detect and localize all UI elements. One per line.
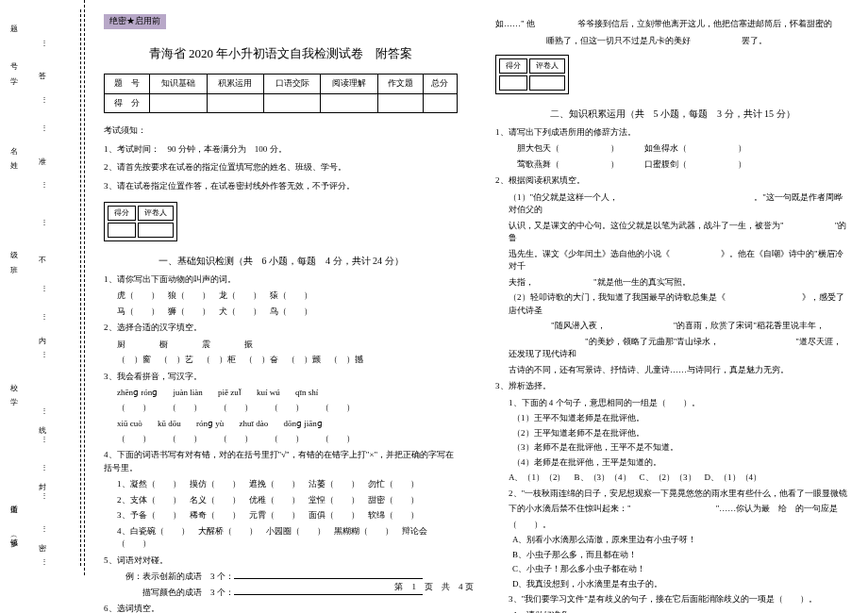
s2q2-row: 迅先生。课文《少年闰土》选自他的小说《 》。他在《自嘲》诗中的"横眉冷对千 xyxy=(509,248,849,273)
paren[interactable]: （ ） xyxy=(270,402,304,415)
table-row: 得 分 xyxy=(105,93,458,113)
margin-dots: ⋮ xyxy=(41,523,49,535)
pinyin: zhuī dào xyxy=(240,418,269,431)
s2q2-row: "的美妙，领略了元曲那"青山绿水， "道尽天涯，还发现了现代诗和 xyxy=(509,336,849,361)
td-blank[interactable] xyxy=(138,223,174,238)
td-blank[interactable] xyxy=(207,93,263,113)
q5-label: 描写颜色的成语 3 个： xyxy=(117,588,234,597)
confidential-tag: 绝密★启用前 xyxy=(104,14,166,29)
s2q3c: 3、"我们要学习文件"是有歧义的句子，接在它后面能消除歧义的一项是（ ）。 xyxy=(509,593,849,606)
s2q3a-opt: （2）王平知道老师不是在批评他。 xyxy=(512,427,849,440)
pinyin: juàn liàn xyxy=(174,387,203,400)
q4: 4、下面的词语书写有对有错，对的在括号里打"√"，有错的在错字上打"×"，并把正… xyxy=(104,449,458,474)
q4-row: 3、予备（ ） 稀奇（ ） 元霄（ ） 面俱（ ） 软绵（ ） xyxy=(117,509,458,522)
th-essay: 作文题 xyxy=(377,75,423,94)
pinyin-row: zhēnɡ rónɡ juàn liàn piě zuǐ kuí wú qīn … xyxy=(117,387,458,400)
q2-row: （ ）窗 （ ）艺 （ ）柜 （ ）奋 （ ）颤 （ ）撼 xyxy=(117,354,458,367)
s2q1: 1、请写出下列成语所用的修辞方法。 xyxy=(495,126,849,140)
pinyin: zhēnɡ rónɡ xyxy=(117,387,158,400)
paren[interactable]: （ ） xyxy=(117,402,151,415)
paren-row: （ ）（ ）（ ）（ ）（ ） xyxy=(117,402,458,415)
s2q2-row: （1）"伯父就是这样一个人， 。"这一句既是作者周晔对伯父的 xyxy=(509,191,849,217)
s2q3b-opt: D、我真没想到，小水滴里是有虫子的。 xyxy=(512,578,849,591)
q2-row: 厨 橱 震 振 xyxy=(117,339,458,352)
paren[interactable]: （ ） xyxy=(321,433,355,446)
td-blank[interactable] xyxy=(377,93,423,113)
scorer-box: 得分评卷人 xyxy=(495,55,569,94)
q6: 6、选词填空。 xyxy=(104,603,458,613)
margin-dots: ⋮ xyxy=(41,490,49,502)
scorer-score: 得分 xyxy=(108,206,136,221)
paren[interactable]: （ ） xyxy=(117,433,151,446)
paren[interactable]: （ ） xyxy=(270,433,304,446)
margin-dots: ⋮ xyxy=(41,406,49,417)
right-column: 如……" 他 爷爷接到信后，立刻带他离开这儿，他把信塞进邮筒后，怀着甜蜜的 睡熟… xyxy=(476,0,868,575)
pinyin: kuí wú xyxy=(257,387,280,400)
s2q2-row: 古诗的不同，还有写景诗、抒情诗、儿童诗……与诗同行，真是魅力无穷。 xyxy=(509,364,849,377)
s2q3b: （ ）。 xyxy=(509,519,849,532)
s2q2-row: （2）轻叩诗歌的大门，我知道了我国最早的诗歌总集是《 》，感受了唐代诗圣 xyxy=(509,291,849,317)
s2q3a-opt: （3）老师不是在批评他，王平不是不知道。 xyxy=(512,441,849,455)
margin-dots: ⋮ xyxy=(41,311,49,323)
pinyin: dōnɡ jiānɡ xyxy=(284,418,323,431)
content-columns: 绝密★启用前 青海省 2020 年小升初语文自我检测试卷 附答案 题 号 知识基… xyxy=(85,0,868,575)
paren[interactable]: （ ） xyxy=(168,402,202,415)
paren[interactable]: （ ） xyxy=(321,402,355,415)
pinyin: xiū cuò xyxy=(117,418,142,431)
page-container: 题 ⋮ 号 学 答 ⋮ ⋮ 名 姓 准 ⋮ ⋮ 级 班 不 ⋮ ⋮ 内 ⋮ 校 … xyxy=(0,0,868,575)
s2q1-row: 胆大包天（ ） 如鱼得水（ ） xyxy=(509,142,849,156)
pinyin: kū dōu xyxy=(158,418,181,431)
th-item: 题 号 xyxy=(105,75,150,94)
s2q3b-opt: B、小虫子那么多，而且都在动！ xyxy=(512,549,849,562)
margin-dots: ⋮ xyxy=(41,434,49,445)
td-blank[interactable] xyxy=(529,75,565,91)
notice-heading: 考试须知： xyxy=(104,124,458,138)
pinyin-row: xiū cuò kū dōu rónɡ yù zhuī dào dōnɡ jiā… xyxy=(117,418,458,431)
binding-inner: 题 ⋮ 号 学 答 ⋮ ⋮ 名 姓 准 ⋮ ⋮ 级 班 不 ⋮ ⋮ 内 ⋮ 校 … xyxy=(3,9,81,566)
td-blank[interactable] xyxy=(321,93,377,113)
pinyin: rónɡ yù xyxy=(196,418,224,431)
s2q3a-choices: A、（1）（2） B、（3）（4） C、（2）（3） D、（1）（4） xyxy=(509,472,849,485)
q4-row: 1、凝然（ ） 摸仿（ ） 遮挽（ ） 沽萎（ ） 勿忙（ ） xyxy=(117,478,458,491)
paren[interactable]: （ ） xyxy=(168,433,202,446)
table-row: 题 号 知识基础 积累运用 口语交际 阅读理解 作文题 总分 xyxy=(105,75,458,94)
s2q2: 2、根据阅读积累填空。 xyxy=(495,174,849,188)
margin-dots: ⋮ xyxy=(41,94,49,106)
q5: 5、词语对对碰。 xyxy=(104,555,458,568)
td-blank[interactable] xyxy=(423,93,457,113)
section-2-title: 二、知识积累运用（共 5 小题，每题 3 分，共计 15 分） xyxy=(495,107,849,121)
section-1-title: 一、基础知识检测（共 6 小题，每题 4 分，共计 24 分） xyxy=(104,254,458,268)
q1-row: 虎（ ） 狼（ ） 龙（ ） 猿（ ） xyxy=(117,290,458,303)
paren-row: （ ）（ ）（ ）（ ）（ ） xyxy=(117,433,458,446)
s2q2-row: 夫指， "就是他一生的真实写照。 xyxy=(509,276,849,290)
s2q3b-opt: A、别看小水滴那么清澈，原来里边有小虫子呀！ xyxy=(512,534,849,547)
s2q3a-opt: （4）老师是在批评他，王平是知道的。 xyxy=(512,456,849,470)
q4-row: 4、白瓷碗（ ） 大醒桥（ ） 小园圈（ ） 黑糊糊（ ） 辩论会（ ） xyxy=(117,525,458,551)
th-total: 总分 xyxy=(423,75,457,94)
th-oral: 口语交际 xyxy=(263,75,320,94)
pinyin: qīn shí xyxy=(295,387,318,400)
notice-item: 3、请在试卷指定位置作答，在试卷密封线外作答无效，不予评分。 xyxy=(104,180,458,193)
th-read: 阅读理解 xyxy=(321,75,377,94)
th-basic: 知识基础 xyxy=(150,75,207,94)
s2q2-row: 认识，又是课文的中心句。这位父就是以笔为武器，战斗了一生，被誉为" "的鲁 xyxy=(509,220,849,245)
td-blank[interactable] xyxy=(499,75,527,91)
q1: 1、请你写出下面动物的叫声的词。 xyxy=(104,273,458,287)
paren[interactable]: （ ） xyxy=(219,433,253,446)
scorer-name: 评卷人 xyxy=(529,58,565,74)
td-blank[interactable] xyxy=(263,93,320,113)
s2q3b-opt: C、小虫子！那么多小虫子都在动！ xyxy=(512,563,849,576)
scorer-box: 得分评卷人 xyxy=(104,202,177,241)
paren[interactable]: （ ） xyxy=(219,402,253,415)
margin-dots: ⋮ xyxy=(41,462,49,473)
td-blank[interactable] xyxy=(108,223,136,238)
q3: 3、我会看拼音，写汉字。 xyxy=(104,371,458,384)
td-blank[interactable] xyxy=(150,93,207,113)
continuation: 如……" 他 爷爷接到信后，立刻带他离开这儿，他把信塞进邮筒后，怀着甜蜜的 xyxy=(495,18,849,31)
margin-dots: ⋮ xyxy=(41,556,49,568)
s2q3c-opt: A、请做好准备。 xyxy=(512,609,849,614)
margin-dots: ⋮ xyxy=(41,38,49,49)
left-column: 绝密★启用前 青海省 2020 年小升初语文自我检测试卷 附答案 题 号 知识基… xyxy=(85,0,476,575)
blank[interactable] xyxy=(234,571,423,579)
margin-dots: ⋮ xyxy=(41,349,49,360)
